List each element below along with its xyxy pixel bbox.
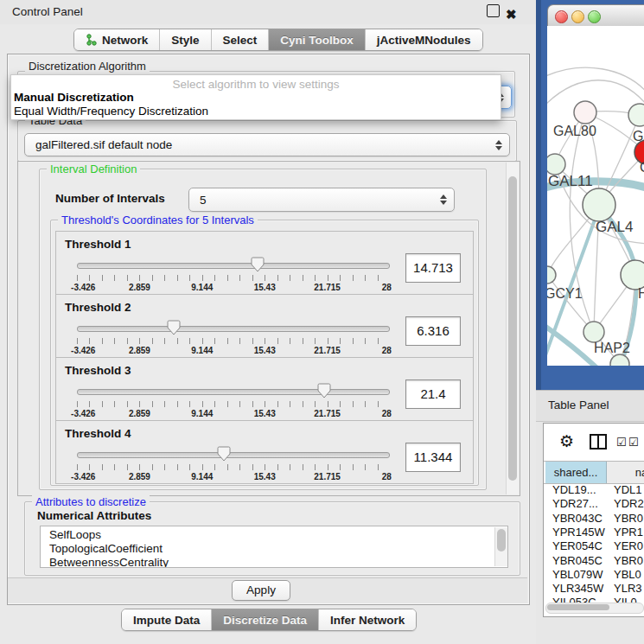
number-of-intervals-label: Number of Intervals (55, 192, 165, 205)
close-traffic-light-icon[interactable] (555, 10, 568, 23)
table-row[interactable]: YBR045CYBR0 (544, 554, 644, 568)
table-row[interactable]: YDL19...YDL1 (544, 483, 644, 497)
slider-track[interactable] (77, 452, 390, 458)
node-label-gal11: GAL11 (548, 173, 593, 190)
cell-name: YDR2 (614, 497, 644, 511)
cell-shared-name: YPR145W (552, 526, 605, 539)
gear-icon[interactable]: ⚙ (559, 431, 574, 451)
app-window: Control Panel ✖ Network Style Select Cyn… (0, 0, 644, 644)
node-label-partial: C (640, 160, 644, 175)
tab-style[interactable]: Style (160, 29, 211, 50)
tab-discretize-data[interactable]: Discretize Data (212, 609, 319, 630)
apply-button[interactable]: Apply (232, 580, 290, 601)
table-row[interactable]: YLR345WYLR3 (544, 582, 644, 596)
network-node[interactable] (621, 260, 644, 290)
tick-label: 15.43 (254, 346, 276, 355)
network-node-gal4[interactable] (583, 188, 615, 221)
table-data-combobox[interactable]: galFiltered.sif default node (24, 133, 510, 156)
network-window-titlebar[interactable] (547, 4, 644, 28)
slider-scale: -3.426 2.859 9.144 15.43 21.715 28 (77, 346, 390, 354)
table-row[interactable]: YBR043CYBR0 (544, 512, 644, 526)
tab-select[interactable]: Select (212, 29, 270, 50)
threshold-4-slider[interactable]: -3.426 2.859 9.144 15.43 21.715 28 (77, 445, 390, 480)
node-label-partial: GA (633, 129, 644, 144)
threshold-3-value-field[interactable]: 21.4 (405, 379, 461, 409)
table-rows: YDL19...YDL1 YDR27...YDR2 YBR043CYBR0 YP… (544, 483, 644, 604)
popup-item-equal-width-frequency[interactable]: Equal Width/Frequency Discretization (14, 105, 208, 118)
control-panel-tabbar: Network Style Select Cyni Toolbox jActiv… (73, 29, 483, 51)
list-item[interactable]: SelfLoops (41, 528, 507, 542)
slider-track[interactable] (77, 326, 390, 332)
table-row[interactable]: YER054CYER0 (544, 539, 644, 553)
minimize-traffic-light-icon[interactable] (571, 10, 584, 23)
split-columns-icon[interactable] (590, 434, 607, 450)
threshold-2-value-field[interactable]: 6.316 (405, 316, 461, 346)
node-label-gal80: GAL80 (553, 124, 596, 139)
float-window-icon[interactable] (487, 4, 500, 17)
list-item[interactable]: TopologicalCoefficient (41, 542, 507, 556)
tick-label: 28 (382, 283, 392, 292)
table-row[interactable]: YBL079WYBL0 (544, 568, 644, 582)
slider-track[interactable] (77, 263, 390, 269)
tab-cyni-toolbox[interactable]: Cyni Toolbox (269, 29, 366, 50)
slider-thumb[interactable] (167, 320, 181, 335)
tab-infer-network[interactable]: Infer Network (319, 609, 416, 630)
popup-item-manual-discretization[interactable]: Manual Discretization (14, 91, 134, 104)
network-node-hap2[interactable] (583, 322, 604, 342)
list-scrollbar[interactable] (494, 527, 507, 566)
checkbox-icon[interactable]: ☑ (616, 436, 627, 449)
table-row[interactable]: YPR145WYPR1 (544, 526, 644, 539)
table-panel-title: Table Panel (548, 391, 609, 420)
checkbox-icon[interactable]: ☑ (628, 436, 639, 449)
tick-label: 15.43 (254, 409, 276, 418)
list-item[interactable]: BetweennessCentrality (41, 556, 507, 568)
numerical-attributes-label: Numerical Attributes (37, 509, 151, 522)
threshold-4-value-field[interactable]: 11.344 (405, 443, 461, 472)
vertical-scrollbar-thumb[interactable] (508, 176, 517, 481)
network-node[interactable] (628, 104, 644, 126)
tab-jactivemnodules[interactable]: jActiveMNodules (366, 29, 482, 50)
column-header-name[interactable]: na (607, 462, 644, 483)
slider-thumb[interactable] (251, 257, 265, 272)
tick-label: 21.715 (314, 472, 341, 481)
slider-track[interactable] (77, 389, 390, 395)
popup-header: Select algorithm to view settings (11, 78, 501, 91)
tick-label: -3.426 (71, 283, 95, 292)
number-of-intervals-combobox[interactable]: 5 (188, 188, 455, 212)
horizontal-scrollbar-thumb[interactable] (547, 604, 609, 610)
slider-thumb[interactable] (217, 446, 231, 462)
network-node-gcy1[interactable] (547, 266, 556, 284)
threshold-1-slider[interactable]: -3.426 2.859 9.144 15.43 21.715 28 (77, 256, 390, 290)
threshold-3-slider[interactable]: -3.426 2.859 9.144 15.43 21.715 28 (77, 382, 390, 417)
tab-network[interactable]: Network (74, 29, 160, 50)
threshold-2-slider[interactable]: -3.426 2.859 9.144 15.43 21.715 28 (77, 319, 390, 354)
tick-label: 2.859 (129, 409, 150, 418)
close-icon[interactable]: ✖ (506, 3, 517, 27)
column-header-shared[interactable]: shared... (545, 462, 607, 483)
tab-discretize-data-label: Discretize Data (223, 614, 307, 627)
slider-thumb[interactable] (317, 383, 331, 399)
numerical-attributes-list[interactable]: SelfLoops TopologicalCoefficient Between… (40, 526, 508, 568)
network-node-gal11[interactable] (547, 154, 565, 175)
threshold-1-value-field[interactable]: 14.713 (405, 253, 461, 283)
threshold-1-panel: Threshold 1 -3.426 2.859 9.144 15.43 21.… (55, 231, 474, 295)
tick-label: -3.426 (71, 346, 95, 355)
horizontal-scrollbar[interactable] (545, 603, 644, 614)
list-scrollbar-thumb[interactable] (497, 529, 506, 552)
network-node-gal80[interactable] (574, 101, 596, 124)
table-row[interactable]: YDR27...YDR2 (544, 497, 644, 511)
tab-impute-data[interactable]: Impute Data (122, 609, 212, 630)
vertical-scrollbar[interactable] (506, 163, 519, 494)
threshold-3-panel: Threshold 3 -3.426 2.859 9.144 15.43 21.… (55, 357, 474, 421)
threshold-1-label: Threshold 1 (65, 238, 131, 251)
threshold-4-panel: Threshold 4 -3.426 2.859 9.144 15.43 21.… (55, 420, 474, 484)
tab-network-label: Network (102, 34, 148, 47)
tab-select-label: Select (223, 34, 258, 47)
cell-name: YBR0 (614, 554, 643, 568)
network-canvas[interactable]: GAL80 GA C GAL11 GAL4 GCY1 H HAP2 (547, 26, 644, 366)
threshold-2-label: Threshold 2 (65, 301, 131, 314)
bottom-tabbar: Impute Data Discretize Data Infer Networ… (121, 609, 417, 631)
tick-label: 15.43 (254, 283, 276, 292)
control-panel-title: Control Panel (12, 0, 83, 24)
zoom-traffic-light-icon[interactable] (588, 10, 601, 23)
